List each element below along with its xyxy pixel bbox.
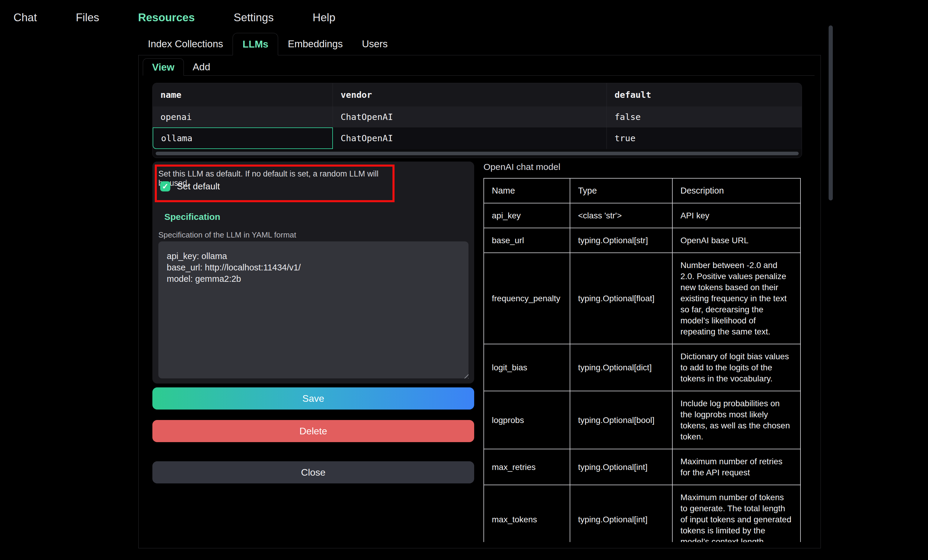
resources-section: Index Collections LLMs Embeddings Users … (138, 33, 821, 548)
nav-item-chat[interactable]: Chat (14, 11, 37, 24)
tab-index-collections[interactable]: Index Collections (138, 33, 233, 55)
tab-users[interactable]: Users (353, 33, 397, 55)
param-type: <class 'str'> (570, 203, 672, 228)
llms-panel: View Add name vendor default openai Chat… (138, 55, 821, 548)
cell-name-selected[interactable]: ollama (153, 128, 333, 149)
param-type: typing.Optional[int] (570, 485, 672, 542)
model-info-title: OpenAI chat model (484, 162, 560, 172)
horizontal-scrollbar[interactable] (156, 152, 799, 155)
set-default-checkbox[interactable]: ✓ (160, 181, 170, 192)
tab-llms[interactable]: LLMs (233, 33, 278, 55)
param-name: api_key (484, 203, 570, 228)
cell-default[interactable]: false (607, 107, 802, 128)
horizontal-scrollbar-thumb[interactable] (156, 152, 799, 155)
model-info-table-wrap: Name Type Description api_key <class 'st… (484, 178, 801, 542)
param-type: typing.Optional[str] (570, 228, 672, 253)
close-button[interactable]: Close (153, 461, 474, 484)
col-type: Type (570, 178, 672, 203)
nav-item-resources[interactable]: Resources (138, 11, 195, 24)
llm-detail-card: Set this LLM as default. If no default i… (153, 161, 474, 383)
param-name: frequency_penalty (484, 253, 570, 344)
table-row-ollama-selected[interactable]: ollama ChatOpenAI true (153, 128, 802, 149)
set-default-label: Set default (177, 181, 220, 192)
tab-embeddings[interactable]: Embeddings (278, 33, 352, 55)
param-row-max-tokens: max_tokens typing.Optional[int] Maximum … (484, 485, 800, 542)
set-default-row[interactable]: ✓ Set default (160, 181, 220, 192)
param-name: logit_bias (484, 344, 570, 391)
param-name: max_tokens (484, 485, 570, 542)
resource-tabs: Index Collections LLMs Embeddings Users (138, 33, 821, 55)
param-desc: API key (672, 203, 800, 228)
cell-default[interactable]: true (607, 128, 802, 149)
delete-button[interactable]: Delete (153, 420, 474, 442)
param-desc: Maximum number of tokens to generate. Th… (672, 485, 800, 542)
param-desc: Include log probabilities on the logprob… (672, 391, 800, 449)
param-type: typing.Optional[dict] (570, 344, 672, 391)
nav-item-settings[interactable]: Settings (234, 11, 274, 24)
param-name: max_retries (484, 449, 570, 485)
specification-hint: Specification of the LLM in YAML format (158, 230, 296, 240)
col-description: Description (672, 178, 800, 203)
nav-item-help[interactable]: Help (313, 11, 335, 24)
llm-list-table: name vendor default openai ChatOpenAI fa… (153, 83, 802, 158)
subtab-add[interactable]: Add (184, 58, 220, 75)
table-row-openai[interactable]: openai ChatOpenAI false (153, 107, 802, 128)
model-info-table: Name Type Description api_key <class 'st… (484, 178, 801, 542)
cell-vendor[interactable]: ChatOpenAI (333, 128, 607, 149)
param-row-api-key: api_key <class 'str'> API key (484, 203, 800, 228)
checkmark-icon: ✓ (162, 183, 168, 190)
param-desc: Dictionary of logit bias values to add t… (672, 344, 800, 391)
nav-item-files[interactable]: Files (76, 11, 99, 24)
param-row-logit-bias: logit_bias typing.Optional[dict] Diction… (484, 344, 800, 391)
cell-name[interactable]: openai (153, 107, 333, 128)
param-desc: OpenAI base URL (672, 228, 800, 253)
param-row-base-url: base_url typing.Optional[str] OpenAI bas… (484, 228, 800, 253)
model-table-header: Name Type Description (484, 178, 800, 203)
specification-heading: Specification (164, 212, 220, 222)
llm-table-header: name vendor default (153, 83, 802, 107)
param-type: typing.Optional[bool] (570, 391, 672, 449)
col-name: Name (484, 178, 570, 203)
cell-vendor[interactable]: ChatOpenAI (333, 107, 607, 128)
column-header-default: default (607, 83, 802, 107)
column-header-vendor: vendor (333, 83, 607, 107)
llms-subtabs: View Add (143, 58, 815, 76)
param-desc: Maximum number of retries for the API re… (672, 449, 800, 485)
param-type: typing.Optional[int] (570, 449, 672, 485)
save-button[interactable]: Save (153, 387, 474, 409)
param-row-logprobs: logprobs typing.Optional[bool] Include l… (484, 391, 800, 449)
column-header-name: name (153, 83, 333, 107)
yaml-spec-textarea[interactable]: api_key: ollama base_url: http://localho… (158, 241, 469, 379)
top-nav: Chat Files Resources Settings Help (14, 11, 335, 24)
param-row-frequency-penalty: frequency_penalty typing.Optional[float]… (484, 253, 800, 344)
param-row-max-retries: max_retries typing.Optional[int] Maximum… (484, 449, 800, 485)
param-name: base_url (484, 228, 570, 253)
vertical-scrollbar-thumb[interactable] (829, 26, 833, 201)
param-desc: Number between -2.0 and 2.0. Positive va… (672, 253, 800, 344)
param-name: logprobs (484, 391, 570, 449)
subtab-view[interactable]: View (143, 58, 184, 76)
param-type: typing.Optional[float] (570, 253, 672, 344)
